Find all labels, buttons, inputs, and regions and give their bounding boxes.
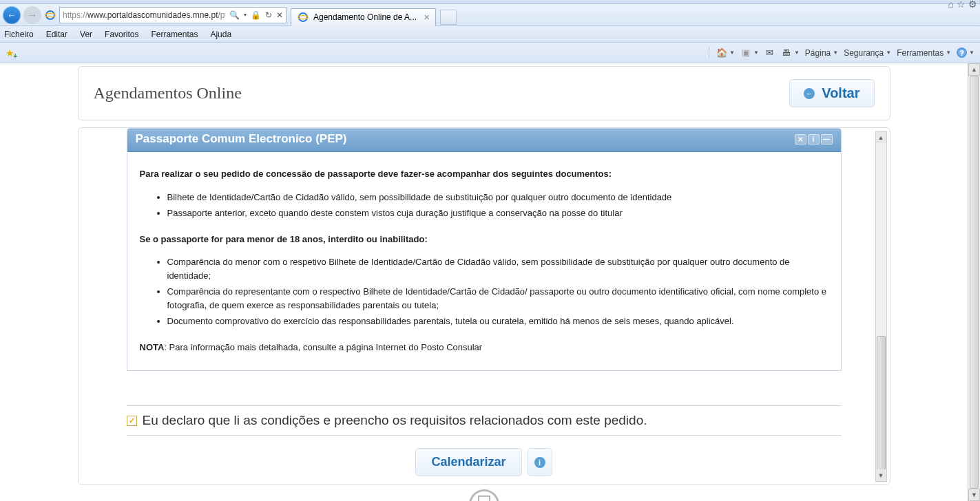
home-split-button[interactable]: 🏠▼ [716,47,735,58]
separator [709,47,709,59]
add-favorite-icon[interactable]: ★ [6,47,14,58]
svg-point-2 [299,13,307,21]
refresh-icon[interactable]: ↻ [265,10,272,20]
chevron-down-icon: ▼ [794,50,800,56]
browser-nav-row: ← → https://www.portaldascomunidades.mne… [0,4,980,26]
browser-command-bar: ★ 🏠▼ ▣▼ ✉ 🖶▼ Página▼ Segurança▼ Ferramen… [0,43,980,63]
chevron-down-icon: ▼ [753,50,759,56]
tab-title: Agendamento Online de A... [313,12,417,22]
chevron-down-icon: ▼ [969,50,974,56]
tools-menu[interactable]: Ferramentas▼ [897,48,951,58]
favorites-star-icon[interactable]: ☆ [957,0,966,10]
forward-button[interactable]: → [23,6,41,24]
address-bar[interactable]: https://www.portaldascomunidades.mne.pt/… [59,7,286,23]
back-button[interactable]: ← [3,6,21,24]
tab-close-icon[interactable]: ✕ [424,13,430,22]
url-text: https://www.portaldascomunidades.mne.pt/… [63,10,225,20]
mail-icon: ✉ [764,47,775,58]
search-icon[interactable]: 🔍 [229,10,240,20]
tab-favicon-icon [297,11,309,23]
chevron-down-icon: ▼ [946,50,951,56]
svg-point-0 [46,11,54,19]
menu-ferramentas[interactable]: Ferramentas [151,30,198,39]
print-icon: 🖶 [781,47,792,58]
lock-icon: 🔒 [251,10,261,20]
menu-favoritos[interactable]: Favoritos [105,30,138,39]
tools-gear-icon[interactable]: ⚙ [968,0,977,10]
chevron-down-icon: ▼ [886,50,891,56]
dropdown-icon[interactable]: ▾ [244,12,247,18]
chevron-down-icon: ▼ [729,50,735,56]
home-icon[interactable]: ⌂ [948,0,954,10]
mail-button[interactable]: ✉ [764,47,775,58]
page-menu[interactable]: Página▼ [805,48,838,58]
help-split-button[interactable]: ?▼ [957,47,974,58]
menu-ficheiro[interactable]: Ficheiro [4,30,34,39]
menu-ver[interactable]: Ver [80,30,92,39]
feeds-split-button[interactable]: ▣▼ [740,47,759,58]
ie-logo-icon [44,9,56,21]
menu-editar[interactable]: Editar [46,30,67,39]
browser-menu-bar: Ficheiro Editar Ver Favoritos Ferramenta… [0,26,980,43]
home-icon: 🏠 [716,47,727,58]
window-titlebar: ⌂ ☆ ⚙ [0,0,980,4]
menu-ajuda[interactable]: Ajuda [210,30,231,39]
rss-icon: ▣ [740,47,751,58]
help-icon: ? [957,47,967,58]
print-split-button[interactable]: 🖶▼ [781,47,800,58]
chevron-down-icon: ▼ [833,50,838,56]
stop-icon[interactable]: ✕ [276,10,283,20]
security-menu[interactable]: Segurança▼ [844,48,891,58]
new-tab-button[interactable] [440,10,457,25]
browser-tab-active[interactable]: Agendamento Online de A... ✕ [291,8,436,26]
